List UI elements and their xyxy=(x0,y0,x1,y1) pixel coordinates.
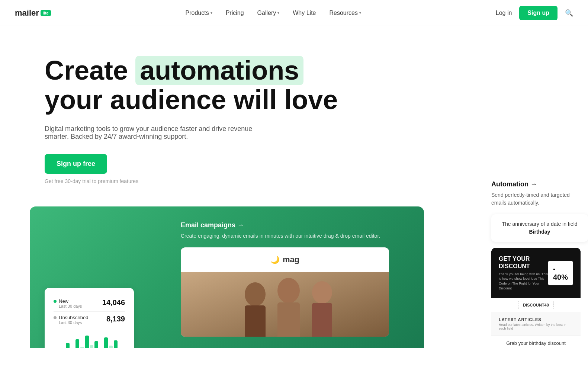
svg-rect-6 xyxy=(312,303,332,337)
green-section: Email campaigns → Create engaging, dynam… xyxy=(30,206,424,348)
automation-sidebar: Automation → Send perfectly-timed and ta… xyxy=(484,180,588,348)
discount-left: GET YOUR DISCOUNT Thank you for being wi… xyxy=(499,255,548,291)
hero-signup-button[interactable]: Sign up free xyxy=(45,154,107,174)
subscribers-chart xyxy=(54,334,125,348)
hero-headline: Create automations your audience will lo… xyxy=(45,56,573,115)
search-icon[interactable]: 🔍 xyxy=(565,9,573,17)
bar-10 xyxy=(104,337,108,348)
svg-rect-2 xyxy=(245,305,266,337)
logo-mailer-text: mailer xyxy=(15,8,39,18)
bar-6 xyxy=(85,336,89,348)
stat-new-row: New Last 30 days 14,046 xyxy=(54,295,125,311)
email-campaigns-desc: Create engaging, dynamic emails in minut… xyxy=(181,232,411,240)
nav-pricing[interactable]: Pricing xyxy=(226,10,244,16)
stats-card: New Last 30 days 14,046 Unsubscribed Las… xyxy=(45,288,134,348)
stat-unsub-label: Unsubscribed xyxy=(59,315,89,320)
chevron-down-icon: ▾ xyxy=(277,11,279,15)
automation-trigger-card: The anniversary of a date in field Birth… xyxy=(491,214,588,242)
coupon-code: DISCOUNT40 xyxy=(518,301,554,309)
bar-2 xyxy=(66,343,70,348)
nav-resources[interactable]: Resources ▾ xyxy=(329,10,361,16)
navigation: mailer lite Products ▾ Pricing Gallery ▾… xyxy=(0,0,588,26)
hero-line1-pre: Create xyxy=(45,55,135,85)
logo-lite-badge: lite xyxy=(41,10,51,16)
logo[interactable]: mailer lite xyxy=(15,8,51,18)
automation-card-field: Birthday xyxy=(529,229,550,235)
svg-point-5 xyxy=(312,281,332,304)
signup-button[interactable]: Sign up xyxy=(519,6,558,20)
coupon-row: DISCOUNT40 xyxy=(491,298,581,312)
email-preview-wrap: GET YOUR DISCOUNT Thank you for being wi… xyxy=(491,248,581,348)
automation-card-text: The anniversary of a date in field xyxy=(502,221,577,227)
latest-articles-sub: Read our latest articles. Written by the… xyxy=(499,323,573,330)
chevron-down-icon: ▾ xyxy=(211,11,212,15)
bar-12 xyxy=(114,340,118,348)
bar-7 xyxy=(90,345,94,348)
svg-point-3 xyxy=(277,278,300,303)
email-campaigns-section: Email campaigns → Create engaging, dynam… xyxy=(181,221,411,337)
stat-unsub-value: 8,139 xyxy=(106,315,125,323)
stat-unsub-period: Last 30 days xyxy=(59,320,89,325)
mag-title: mag xyxy=(283,255,299,264)
hero-highlight-word: automations xyxy=(135,56,303,85)
automation-description: Send perfectly-timed and targeted emails… xyxy=(484,191,588,214)
hero-section: Create automations your audience will lo… xyxy=(0,26,588,184)
content-area: Email campaigns → Create engaging, dynam… xyxy=(0,206,588,348)
discount-badge: - 40% xyxy=(548,261,573,285)
bar-11 xyxy=(109,346,113,348)
svg-rect-4 xyxy=(277,302,300,337)
nav-why-lite[interactable]: Why Lite xyxy=(293,10,316,16)
bar-4 xyxy=(75,339,79,348)
hero-image xyxy=(181,272,389,337)
moon-icon: 🌙 xyxy=(270,255,280,264)
automation-title: Automation → xyxy=(484,180,588,191)
get-your-text: GET YOUR DISCOUNT xyxy=(499,255,548,269)
bar-8 xyxy=(94,341,98,348)
discount-small-text: Thank you for being with us. This is how… xyxy=(499,272,548,291)
stat-new-value: 14,046 xyxy=(102,298,125,307)
nav-gallery[interactable]: Gallery ▾ xyxy=(257,10,280,16)
latest-articles-title: LATEST ARTICLES xyxy=(499,317,573,322)
latest-articles-section: LATEST ARTICLES Read our latest articles… xyxy=(491,312,581,336)
nav-actions: Log in Sign up 🔍 xyxy=(496,6,573,20)
stat-unsub-row: Unsubscribed Last 30 days 8,139 xyxy=(54,311,125,328)
grab-discount-text: Grab your birthday discount xyxy=(491,336,581,348)
discount-card: GET YOUR DISCOUNT Thank you for being wi… xyxy=(491,248,581,298)
nav-links: Products ▾ Pricing Gallery ▾ Why Lite Re… xyxy=(186,10,361,16)
nav-products[interactable]: Products ▾ xyxy=(186,10,212,16)
login-button[interactable]: Log in xyxy=(496,10,512,16)
email-campaigns-title: Email campaigns → xyxy=(181,221,411,229)
email-preview-card: 🌙 mag xyxy=(181,247,389,337)
new-dot-icon xyxy=(54,300,57,303)
unsub-dot-icon xyxy=(54,316,57,319)
bar-5 xyxy=(80,347,84,348)
chevron-down-icon: ▾ xyxy=(359,11,361,15)
stat-new-label: New xyxy=(59,298,68,304)
svg-point-1 xyxy=(245,282,266,306)
hero-line2: your audience will love xyxy=(45,85,338,115)
stat-new-period: Last 30 days xyxy=(59,304,82,308)
mag-header: 🌙 mag xyxy=(181,247,389,272)
hero-subtitle: Digital marketing tools to grow your aud… xyxy=(45,125,268,141)
